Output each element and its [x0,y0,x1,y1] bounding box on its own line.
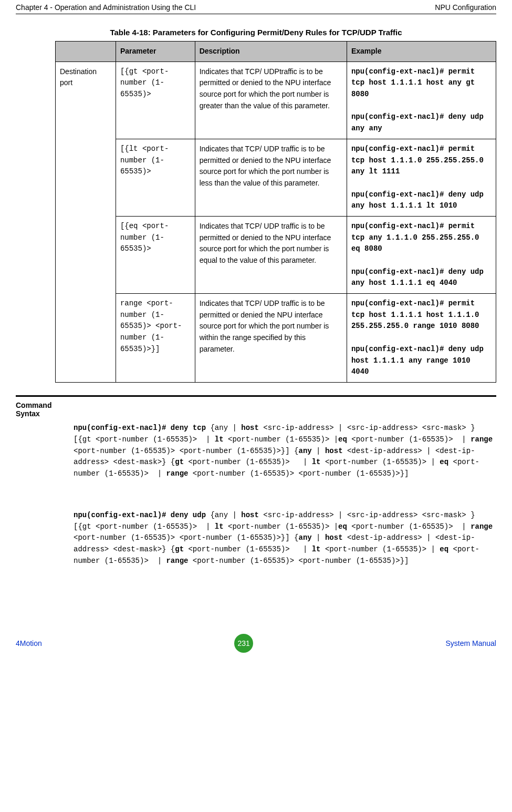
table-row: range <port-number (1-65535)> <port-numb… [56,294,496,383]
rules-table: Parameter Description Example Destinatio… [55,41,496,383]
desc-cell: Indicates that TCP/ UDPtraffic is to be … [195,61,347,139]
footer-right: System Manual [446,639,496,647]
example-line: npu(config-ext-nacl)# deny udp any host … [351,190,484,210]
example-cell: npu(config-ext-nacl)# permit tcp host 1.… [347,139,496,216]
example-line: npu(config-ext-nacl)# permit tcp host 1.… [351,299,479,330]
table-row: [{eq <port-number (1-65535)> Indicates t… [56,216,496,293]
table-row: [{lt <port-number (1-65535)> Indicates t… [56,139,496,216]
desc-cell: Indicates that TCP/ UDP traffic is to be… [195,139,347,216]
param-cell: [{gt <port-number (1-65535)> [116,61,195,139]
example-line: npu(config-ext-nacl)# deny udp any host … [351,268,484,287]
command-syntax-block: Command Syntax npu(config-ext-nacl)# den… [16,395,496,597]
example-line: npu(config-ext-nacl)# deny udp any any [351,112,484,132]
label-command: Command [16,401,51,409]
param-cell: [{eq <port-number (1-65535)> [116,216,195,293]
deny-tcp-syntax: npu(config-ext-nacl)# deny tcp {any | ho… [74,423,496,479]
page-footer: 4Motion 231 System Manual [0,634,512,659]
example-line: npu(config-ext-nacl)# permit tcp host 1.… [351,145,484,176]
desc-cell: Indicates that TCP/ UDP traffic is to be… [195,294,347,383]
header-left: Chapter 4 - Operation and Administration… [16,3,196,12]
command-syntax-label: Command Syntax [16,400,74,597]
example-cell: npu(config-ext-nacl)# permit tcp host 1.… [347,294,496,383]
command-syntax-text: npu(config-ext-nacl)# deny tcp {any | ho… [74,400,496,597]
example-line: npu(config-ext-nacl)# deny udp host 1.1.… [351,345,484,376]
example-cell: npu(config-ext-nacl)# permit tcp host 1.… [347,61,496,139]
param-cell: [{lt <port-number (1-65535)> [116,139,195,216]
syntax-lead: npu(config-ext-nacl)# deny tcp [74,424,206,432]
desc-cell: Indicates that TCP/ UDP traffic is to be… [195,216,347,293]
footer-left: 4Motion [16,639,42,647]
example-line: npu(config-ext-nacl)# permit tcp any 1.1… [351,222,479,253]
col-header-description: Description [195,42,347,62]
label-syntax: Syntax [16,409,40,418]
table-title: Table 4-18: Parameters for Configuring P… [16,28,496,37]
col-header-parameter: Parameter [116,42,195,62]
col-header-blank [56,42,116,62]
col-header-example: Example [347,42,496,62]
header-right: NPU Configuration [435,3,496,12]
table-row: Destination port [{gt <port-number (1-65… [56,61,496,139]
syntax-lead: npu(config-ext-nacl)# deny udp [74,511,206,519]
row-label-destination-port: Destination port [56,61,116,382]
deny-udp-syntax: npu(config-ext-nacl)# deny udp {any | ho… [74,510,496,567]
table-header-row: Parameter Description Example [56,42,496,62]
example-line: npu(config-ext-nacl)# permit tcp host 1.… [351,67,475,98]
page-header: Chapter 4 - Operation and Administration… [16,0,496,14]
param-cell: range <port-number (1-65535)> <port-numb… [116,294,195,383]
example-cell: npu(config-ext-nacl)# permit tcp any 1.1… [347,216,496,293]
page-number: 231 [234,634,253,653]
